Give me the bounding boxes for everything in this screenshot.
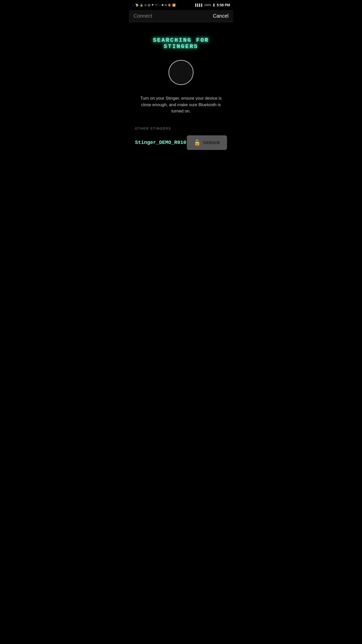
nav-bar: Connect Cancel	[129, 10, 233, 22]
status-right: ▌▌▌▌ 100% 🔋 5:58 PM	[195, 3, 230, 7]
signal-icon: ▌▌▌▌	[195, 4, 203, 7]
status-bar: ··· 📡 🔒 ⊙ @ ⚑ 🛡 ∷ ✱ N 🔇 📶 ▌▌▌▌ 100% 🔋 5:…	[129, 0, 233, 10]
bluetooth-icon: ✱	[161, 4, 164, 7]
cancel-button[interactable]: Cancel	[213, 13, 229, 19]
description-text: Turn on your Stinger, ensure your device…	[135, 95, 227, 114]
lock-open-icon: 🔓	[194, 139, 201, 146]
loading-circle	[168, 60, 194, 85]
unlock-label: Unlock	[203, 140, 220, 145]
directv-icon: 📡	[135, 4, 139, 7]
status-icons-left: ··· 📡 🔒 ⊙ @ ⚑ 🛡 ∷ ✱ N 🔇 📶	[132, 4, 176, 7]
loading-spinner-container	[135, 60, 227, 85]
connect-title: Connect	[133, 13, 152, 19]
mute-icon: 🔇	[168, 4, 171, 7]
circle-icon: ⊙	[144, 4, 147, 7]
other-stingers-label: OTHER STINGERS	[135, 127, 227, 130]
stinger-row: Stinger_DEMO_R010 🔓 Unlock	[135, 135, 227, 150]
nfc-icon: N	[165, 4, 167, 7]
status-time: 5:58 PM	[217, 3, 230, 7]
shield-icon: 🛡	[155, 4, 158, 7]
dots-icon: ∷	[159, 4, 160, 7]
flag-icon: ⚑	[151, 4, 154, 7]
unlock-button[interactable]: 🔓 Unlock	[187, 135, 227, 150]
searching-title: SEARCHING FOR STINGERS	[135, 37, 227, 50]
wifi-icon: 📶	[172, 4, 176, 7]
stinger-device-name: Stinger_DEMO_R010	[135, 140, 186, 145]
at-icon: @	[148, 4, 150, 7]
main-content: SEARCHING FOR STINGERS Turn on your Stin…	[129, 22, 233, 183]
menu-icon: ···	[132, 4, 134, 7]
lock-status-icon: 🔒	[140, 4, 143, 7]
battery-percent: 100%	[204, 4, 211, 7]
battery-icon: 🔋	[212, 4, 216, 7]
